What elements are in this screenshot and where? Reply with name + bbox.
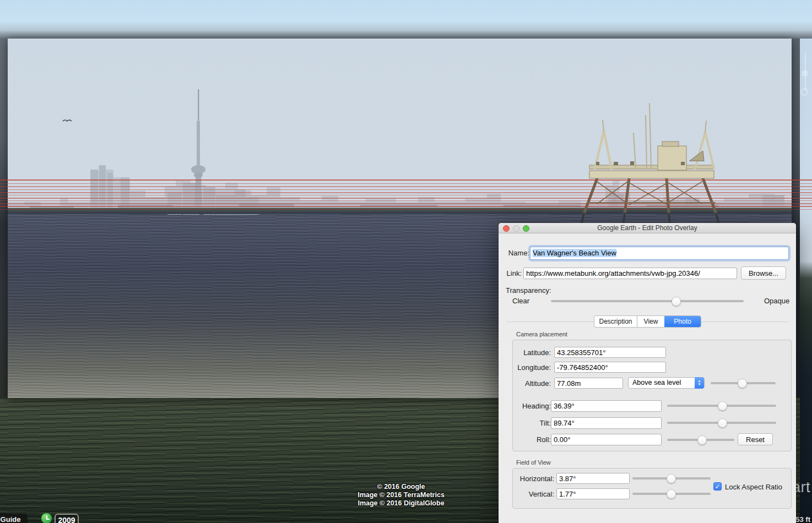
horizontal-input[interactable] [556, 473, 630, 484]
latitude-label: Latitude: [507, 348, 551, 357]
photo-left-shadow [0, 39, 8, 398]
name-value: Van Wagner's Beach View [533, 249, 616, 257]
heading-input[interactable] [551, 400, 662, 412]
vertical-input[interactable] [556, 488, 630, 499]
tab-view[interactable]: View [637, 316, 664, 327]
lock-aspect-ratio-label: Lock Aspect Ratio [725, 483, 782, 491]
heading-slider-thumb[interactable] [718, 401, 727, 411]
longitude-label: Longitude: [507, 363, 551, 372]
clear-label: Clear [512, 297, 529, 305]
tab-description[interactable]: Description [594, 316, 637, 327]
dialog-titlebar[interactable]: Google Earth - Edit Photo Overlay [499, 223, 796, 233]
transparency-slider-thumb[interactable] [672, 297, 681, 306]
stepper-arrows-icon: ▲▼ [695, 377, 704, 389]
roll-input[interactable] [551, 434, 662, 445]
altitude-label: Altitude: [507, 379, 551, 388]
roll-label: Roll: [507, 435, 551, 444]
tilt-input[interactable] [551, 417, 662, 429]
vertical-fov-slider-thumb[interactable] [667, 489, 676, 499]
tab-photo[interactable]: Photo [664, 316, 701, 327]
tilt-label: Tilt: [507, 419, 551, 427]
altitude-slider-thumb[interactable] [738, 379, 747, 388]
roll-slider-thumb[interactable] [697, 435, 707, 445]
altitude-mode-select[interactable]: Above sea level ▲▼ [628, 377, 705, 389]
name-input[interactable]: Van Wagner's Beach View [530, 247, 789, 260]
imagery-year-badge[interactable]: 2009 [55, 514, 79, 523]
vertical-label: Vertical: [507, 490, 554, 498]
google-earth-right-edge [800, 39, 812, 523]
transparency-slider[interactable] [551, 300, 744, 302]
horizontal-fov-slider-thumb[interactable] [667, 474, 676, 483]
tilt-slider-thumb[interactable] [718, 418, 727, 428]
field-of-view-legend: Field of View [516, 459, 551, 466]
historical-imagery-clock-icon[interactable] [41, 513, 52, 523]
dialog-title: Google Earth - Edit Photo Overlay [499, 224, 796, 232]
zoom-slider-knob[interactable] [802, 70, 808, 76]
altitude-mode-value: Above sea level [632, 379, 681, 386]
camera-placement-legend: Camera placement [516, 331, 567, 337]
link-label: Link: [503, 269, 522, 277]
reset-button[interactable]: Reset [738, 433, 773, 445]
longitude-input[interactable] [554, 362, 666, 373]
tour-guide-button[interactable]: Guide [0, 514, 28, 523]
name-label: Name: [503, 249, 529, 257]
horizontal-label: Horizontal: [507, 475, 554, 483]
transparency-label: Transparency: [506, 286, 551, 295]
edit-photo-overlay-dialog: Google Earth - Edit Photo Overlay Name: … [499, 223, 796, 523]
navigation-ring-hint[interactable] [800, 88, 808, 96]
browse-button[interactable]: Browse... [741, 266, 786, 280]
link-input[interactable] [523, 268, 737, 279]
google-earth-sky [0, 0, 812, 39]
latitude-input[interactable] [554, 347, 666, 358]
lock-aspect-ratio-checkbox[interactable]: ✓ [713, 482, 722, 491]
opaque-label: Opaque [764, 297, 789, 305]
tab-bar: Description View Photo [594, 315, 701, 328]
altitude-input[interactable] [554, 378, 623, 389]
heading-label: Heading: [507, 402, 551, 410]
